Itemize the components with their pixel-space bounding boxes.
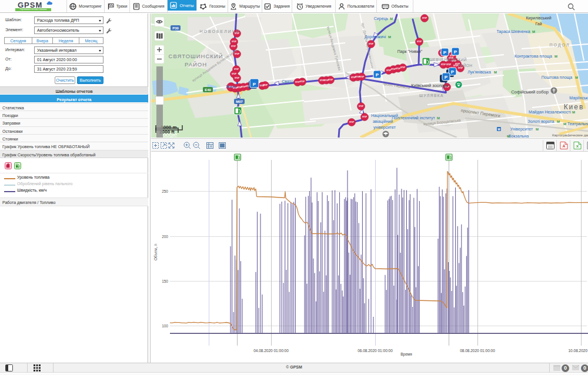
svg-text:M: M bbox=[575, 76, 578, 79]
svg-text:200: 200 bbox=[162, 235, 168, 239]
svg-text:P: P bbox=[451, 69, 455, 75]
svg-text:Золоті ворота: Золоті ворота bbox=[528, 119, 554, 124]
svg-text:M: M bbox=[390, 17, 393, 21]
svg-text:ПОДОЛ: ПОДОЛ bbox=[549, 43, 570, 48]
svg-text:університет: університет bbox=[373, 125, 396, 130]
svg-text:Сирець: Сирець bbox=[374, 16, 389, 21]
svg-text:STOP: STOP bbox=[422, 17, 427, 19]
svg-text:Картографические дан: Картографические дан bbox=[552, 133, 588, 137]
svg-text:M: M bbox=[497, 128, 500, 131]
svg-text:A: A bbox=[562, 144, 565, 148]
svg-text:STOP: STOP bbox=[400, 66, 405, 69]
svg-text:Національний: Національний bbox=[371, 113, 398, 118]
svg-text:Вокзальна: Вокзальна bbox=[509, 134, 529, 138]
svg-text:250: 250 bbox=[162, 189, 168, 193]
svg-text:M: M bbox=[557, 120, 560, 123]
svg-text:Свято: Свято bbox=[282, 79, 293, 83]
svg-text:STOP: STOP bbox=[295, 81, 300, 83]
svg-text:Жито: Жито bbox=[226, 85, 236, 89]
svg-text:Маріїнськ: Маріїнськ bbox=[569, 96, 588, 101]
svg-text:STOP: STOP bbox=[362, 116, 367, 118]
svg-text:STOP: STOP bbox=[391, 68, 396, 71]
svg-text:Університет: Університет bbox=[510, 127, 533, 132]
svg-text:Тараса Шевченка: Тараса Шевченка bbox=[496, 29, 530, 34]
svg-text:Політехнічний інститут: Політехнічний інститут bbox=[392, 116, 435, 120]
svg-text:P: P bbox=[443, 50, 447, 55]
svg-text:РАЙОН: РАЙОН bbox=[185, 61, 207, 68]
svg-text:STOP: STOP bbox=[328, 79, 333, 81]
svg-text:04.08.2020 01:00:00: 04.08.2020 01:00:00 bbox=[253, 349, 289, 353]
svg-text:M: M bbox=[572, 111, 575, 114]
svg-text:M: M bbox=[536, 128, 539, 131]
svg-text:СВЯТОШИНСКИЙ: СВЯТОШИНСКИЙ bbox=[169, 53, 223, 59]
svg-text:STOP: STOP bbox=[359, 105, 363, 108]
svg-text:STOP: STOP bbox=[235, 77, 239, 79]
svg-text:P: P bbox=[454, 49, 457, 55]
svg-text:M: M bbox=[494, 71, 497, 74]
svg-text:STOP: STOP bbox=[349, 121, 354, 123]
svg-text:150: 150 bbox=[162, 279, 168, 283]
svg-text:авіаційний: авіаційний bbox=[373, 119, 393, 124]
svg-text:Кирилівський: Кирилівський bbox=[526, 16, 551, 21]
svg-text:ШЕВЧЕНКОВСКИЙ: ШЕВЧЕНКОВСКИЙ bbox=[429, 57, 467, 62]
svg-text:Время: Время bbox=[400, 352, 412, 357]
svg-text:STOP: STOP bbox=[386, 69, 391, 72]
svg-text:P: P bbox=[445, 75, 448, 80]
svg-text:STOP: STOP bbox=[232, 73, 236, 75]
svg-text:M: M bbox=[507, 135, 510, 138]
svg-text:STOP: STOP bbox=[231, 45, 236, 48]
svg-text:Лук'янівська: Лук'янівська bbox=[467, 70, 491, 75]
svg-text:STOP: STOP bbox=[417, 41, 422, 43]
svg-text:Парк "Нивки": Парк "Нивки" bbox=[397, 49, 423, 54]
svg-text:STOP: STOP bbox=[396, 68, 400, 70]
svg-text:ШУЛЯВКА: ШУЛЯВКА bbox=[419, 93, 444, 98]
svg-text:STOP: STOP bbox=[263, 84, 268, 86]
svg-text:STOP: STOP bbox=[232, 41, 236, 43]
svg-text:M: M bbox=[437, 116, 440, 120]
svg-text:M: M bbox=[532, 30, 535, 34]
svg-text:P: P bbox=[376, 72, 379, 78]
svg-text:STOP: STOP bbox=[446, 63, 451, 66]
svg-text:Поштова площа: Поштова площа bbox=[542, 75, 573, 80]
svg-text:10.08.2020 01:0: 10.08.2020 01:0 bbox=[569, 349, 588, 353]
svg-text:06.08.2020 01:00:00: 06.08.2020 01:00:00 bbox=[358, 349, 393, 353]
svg-text:НОВОБЕЛИЧИ: НОВОБЕЛИЧИ bbox=[200, 29, 240, 34]
svg-text:Театральна: Театральна bbox=[567, 122, 588, 126]
svg-text:Гай: Гай bbox=[535, 22, 542, 26]
svg-text:M: M bbox=[388, 35, 391, 39]
svg-text:M: M bbox=[554, 55, 557, 58]
svg-text:P30: P30 bbox=[172, 26, 179, 30]
svg-text:Майдан Незалежності: Майдан Незалежності bbox=[529, 110, 571, 115]
svg-text:Объем, л: Объем, л bbox=[153, 244, 158, 260]
svg-text:M: M bbox=[563, 122, 566, 126]
svg-text:E40: E40 bbox=[205, 88, 211, 92]
svg-text:Київський зоопарк: Київський зоопарк bbox=[411, 83, 449, 88]
svg-text:Контрактова площа: Контрактова площа bbox=[514, 54, 552, 59]
svg-text:STOP: STOP bbox=[234, 68, 239, 71]
svg-text:РАЙОН: РАЙОН bbox=[458, 63, 473, 68]
svg-text:STOP: STOP bbox=[235, 53, 239, 55]
svg-text:100: 100 bbox=[162, 324, 168, 328]
svg-text:STOP: STOP bbox=[359, 76, 364, 78]
svg-text:STOP: STOP bbox=[300, 81, 305, 83]
svg-text:Софійський собор: Софійський собор bbox=[511, 89, 549, 95]
svg-text:M07: M07 bbox=[236, 100, 243, 103]
svg-text:P: P bbox=[253, 82, 256, 87]
svg-text:08.08.2020 01:00:00: 08.08.2020 01:00:00 bbox=[460, 349, 495, 353]
svg-text:STOP: STOP bbox=[441, 63, 446, 66]
svg-text:STOP: STOP bbox=[241, 86, 246, 88]
